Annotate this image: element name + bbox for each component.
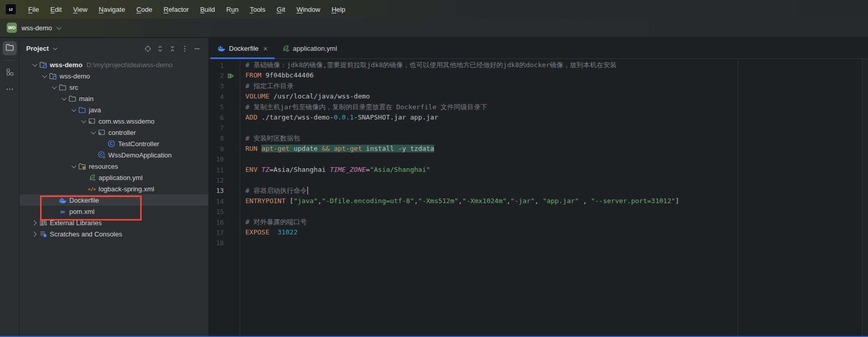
code-line-6[interactable]: ADD ./target/wss-demo-0.0.1-SNAPSHOT.jar… xyxy=(245,112,868,123)
menu-item-navigate[interactable]: Navigate xyxy=(93,6,130,13)
code-line-17[interactable]: EXPOSE 31022 xyxy=(245,227,868,237)
class-run-icon: C xyxy=(98,151,106,159)
code-line-18[interactable] xyxy=(245,238,868,248)
main-area: Project wss-demoD:\my\project\idea\wss-d… xyxy=(0,38,868,336)
chevron-down-icon[interactable] xyxy=(88,131,98,134)
chevron-down-icon[interactable] xyxy=(68,108,78,112)
tree-item-label: TestController xyxy=(118,140,159,148)
tree-item-application-yml[interactable]: application.yml xyxy=(20,172,208,183)
line-number: 12 xyxy=(208,176,224,184)
code-line-11[interactable]: ENV TZ=Asia/Shanghai TIME_ZONE="Asia/Sha… xyxy=(245,165,868,175)
code-line-5[interactable]: # 复制主机jar包至镜像内，复制的目录需放置在 Dockerfile 文件同级… xyxy=(245,102,868,112)
chevron-down-icon[interactable] xyxy=(68,165,78,168)
editor-tab-application-yml[interactable]: application.yml xyxy=(275,38,344,58)
chevron-down-icon xyxy=(56,25,62,30)
line-number: 11 xyxy=(208,166,224,174)
code-line-2[interactable]: FROM 9f04bbc44406 xyxy=(245,70,868,81)
code-area[interactable]: # 基础镜像：jdk8的镜像,需要提前拉取jdk8的镜像，也可以使用其他地方已经… xyxy=(240,59,868,336)
code-token: FROM xyxy=(245,71,261,79)
code-line-7[interactable] xyxy=(245,123,868,133)
code-line-1[interactable]: # 基础镜像：jdk8的镜像,需要提前拉取jdk8的镜像，也可以使用其他地方已经… xyxy=(245,60,868,70)
tree-item-pom-xml[interactable]: mpom.xml xyxy=(20,206,208,217)
menu-item-refactor[interactable]: Refactor xyxy=(158,6,195,13)
menu-item-file[interactable]: File xyxy=(23,6,45,13)
svg-text:C: C xyxy=(110,141,113,146)
hide-icon[interactable] xyxy=(191,43,203,55)
chevron-right-icon[interactable] xyxy=(29,221,39,225)
chevron-glyph xyxy=(42,73,47,78)
chevron-glyph xyxy=(91,129,96,134)
chevron-down-icon[interactable] xyxy=(78,120,88,123)
panel-title[interactable]: Project xyxy=(26,45,49,52)
run-icon[interactable] xyxy=(224,72,237,80)
code-line-8[interactable]: # 安装时区数据包 xyxy=(245,133,868,144)
gutter-row: 13 xyxy=(208,186,240,196)
editor-tab-dockerfile[interactable]: Dockerfile× xyxy=(210,38,275,58)
code-line-15[interactable] xyxy=(245,206,868,216)
line-number: 16 xyxy=(208,219,224,226)
code-token: , xyxy=(458,197,462,205)
menu-item-window[interactable]: Window xyxy=(291,6,326,13)
editor-scrollbar[interactable] xyxy=(862,59,868,336)
chevron-down-icon[interactable] xyxy=(29,63,39,67)
menu-item-tools[interactable]: Tools xyxy=(244,6,271,13)
code-line-14[interactable]: ENTRYPOINT ["java","-Dfile.encoding=utf-… xyxy=(245,196,868,206)
gutter-row: 4 xyxy=(208,91,240,102)
gutter-row: 14 xyxy=(208,196,240,206)
tree-item-wss-demo[interactable]: wss-demo xyxy=(20,70,208,82)
project-tool-button[interactable] xyxy=(3,41,17,55)
right-margin-guide xyxy=(738,59,738,336)
locate-icon[interactable] xyxy=(142,43,154,55)
expand-all-icon[interactable] xyxy=(154,43,166,55)
tree-item-main[interactable]: main xyxy=(20,93,208,104)
tree-item-logback-spring-xml[interactable]: </>logback-spring.xml xyxy=(20,183,208,194)
structure-tool-button[interactable] xyxy=(3,66,17,80)
menu-item-help[interactable]: Help xyxy=(326,6,351,13)
code-line-10[interactable] xyxy=(245,154,868,165)
project-widget[interactable]: WD wss-demo xyxy=(7,23,60,33)
more-vertical-icon[interactable] xyxy=(179,43,191,55)
tree-item-java[interactable]: java xyxy=(20,104,208,115)
gutter-row: 8 xyxy=(208,133,240,144)
gutter-row: 18 xyxy=(208,238,240,248)
menu-item-edit[interactable]: Edit xyxy=(45,6,67,13)
tree-item-com-wss-wssdemo[interactable]: com.wss.wssdemo xyxy=(20,115,208,127)
code-line-3[interactable]: # 指定工作目录 xyxy=(245,81,868,91)
code-line-13[interactable]: # 容器启动执行命令 xyxy=(245,186,868,196)
code-line-12[interactable] xyxy=(245,175,868,185)
code-token: VOLUME xyxy=(245,92,269,100)
tree-item-wss-demo[interactable]: wss-demoD:\my\project\idea\wss-demo xyxy=(20,59,208,70)
tree-item-testcontroller[interactable]: CTestController xyxy=(20,138,208,149)
class-icon: C xyxy=(107,140,115,148)
spring-boot-icon xyxy=(88,173,96,182)
menu-label-post: indow xyxy=(303,6,320,13)
menu-item-code[interactable]: Code xyxy=(131,6,158,13)
code-token: , xyxy=(579,197,591,205)
tree-item-src[interactable]: src xyxy=(20,82,208,93)
chevron-down-icon[interactable] xyxy=(49,86,59,89)
chevron-down-icon[interactable] xyxy=(59,97,68,101)
tree-item-external-libraries[interactable]: External Libraries xyxy=(20,217,208,228)
module-folder-icon xyxy=(39,61,47,69)
menu-item-git[interactable]: Git xyxy=(271,6,291,13)
tree-item-wssdemoapplication[interactable]: CWssDemoApplication xyxy=(20,149,208,161)
close-tab-icon[interactable]: × xyxy=(263,45,268,52)
tree-item-controller[interactable]: controller xyxy=(20,127,208,138)
code-line-16[interactable]: # 对外暴露的端口号 xyxy=(245,217,868,227)
code-line-9[interactable]: RUN apt-get update && apt-get install -y… xyxy=(245,144,868,154)
tree-item-resources[interactable]: resources xyxy=(20,161,208,172)
chevron-right-icon[interactable] xyxy=(29,232,39,236)
menu-item-view[interactable]: View xyxy=(67,6,93,13)
menu-item-build[interactable]: Build xyxy=(195,6,221,13)
project-panel-header: Project xyxy=(20,38,208,59)
menu-item-run[interactable]: Run xyxy=(221,6,244,13)
tree-item-scratches-and-consoles[interactable]: Scratches and Consoles xyxy=(20,228,208,240)
collapse-all-icon[interactable] xyxy=(166,43,179,55)
line-number: 8 xyxy=(208,134,224,142)
code-line-4[interactable]: VOLUME /usr/local/java/wss-demo xyxy=(245,91,868,102)
chevron-down-icon[interactable] xyxy=(39,74,49,78)
tree-item-dockerfile[interactable]: Dockerfile xyxy=(20,194,208,206)
tree-item-label: main xyxy=(79,95,93,103)
chevron-glyph xyxy=(32,231,37,236)
more-tool-windows-button[interactable] xyxy=(3,83,17,97)
